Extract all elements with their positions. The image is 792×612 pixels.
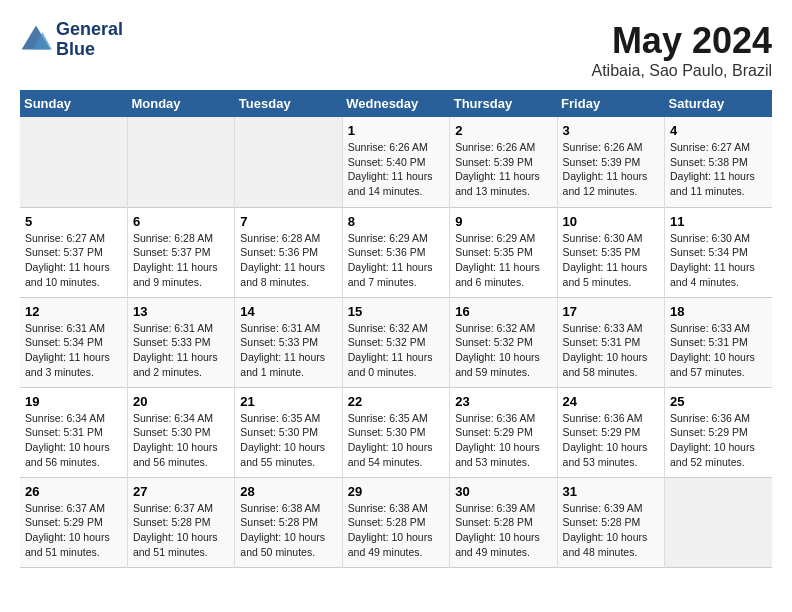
calendar-cell: 7Sunrise: 6:28 AM Sunset: 5:36 PM Daylig… <box>235 207 342 297</box>
calendar-cell: 31Sunrise: 6:39 AM Sunset: 5:28 PM Dayli… <box>557 477 664 567</box>
calendar-cell: 9Sunrise: 6:29 AM Sunset: 5:35 PM Daylig… <box>450 207 557 297</box>
calendar-week-row: 26Sunrise: 6:37 AM Sunset: 5:29 PM Dayli… <box>20 477 772 567</box>
cell-content: Sunrise: 6:32 AM Sunset: 5:32 PM Dayligh… <box>348 321 444 380</box>
cell-content: Sunrise: 6:31 AM Sunset: 5:33 PM Dayligh… <box>133 321 229 380</box>
day-header-monday: Monday <box>127 90 234 117</box>
calendar-week-row: 1Sunrise: 6:26 AM Sunset: 5:40 PM Daylig… <box>20 117 772 207</box>
day-number: 26 <box>25 484 122 499</box>
calendar-cell <box>20 117 127 207</box>
cell-content: Sunrise: 6:29 AM Sunset: 5:35 PM Dayligh… <box>455 231 551 290</box>
day-number: 31 <box>563 484 659 499</box>
cell-content: Sunrise: 6:37 AM Sunset: 5:29 PM Dayligh… <box>25 501 122 560</box>
day-header-tuesday: Tuesday <box>235 90 342 117</box>
day-number: 17 <box>563 304 659 319</box>
day-number: 27 <box>133 484 229 499</box>
calendar-cell: 30Sunrise: 6:39 AM Sunset: 5:28 PM Dayli… <box>450 477 557 567</box>
day-number: 16 <box>455 304 551 319</box>
cell-content: Sunrise: 6:28 AM Sunset: 5:36 PM Dayligh… <box>240 231 336 290</box>
cell-content: Sunrise: 6:36 AM Sunset: 5:29 PM Dayligh… <box>455 411 551 470</box>
calendar-cell: 20Sunrise: 6:34 AM Sunset: 5:30 PM Dayli… <box>127 387 234 477</box>
cell-content: Sunrise: 6:35 AM Sunset: 5:30 PM Dayligh… <box>348 411 444 470</box>
calendar-cell: 14Sunrise: 6:31 AM Sunset: 5:33 PM Dayli… <box>235 297 342 387</box>
cell-content: Sunrise: 6:33 AM Sunset: 5:31 PM Dayligh… <box>670 321 767 380</box>
day-number: 7 <box>240 214 336 229</box>
calendar-cell: 1Sunrise: 6:26 AM Sunset: 5:40 PM Daylig… <box>342 117 449 207</box>
month-title: May 2024 <box>591 20 772 62</box>
calendar-cell: 2Sunrise: 6:26 AM Sunset: 5:39 PM Daylig… <box>450 117 557 207</box>
cell-content: Sunrise: 6:36 AM Sunset: 5:29 PM Dayligh… <box>563 411 659 470</box>
day-number: 21 <box>240 394 336 409</box>
calendar-cell: 11Sunrise: 6:30 AM Sunset: 5:34 PM Dayli… <box>665 207 772 297</box>
calendar-cell: 24Sunrise: 6:36 AM Sunset: 5:29 PM Dayli… <box>557 387 664 477</box>
cell-content: Sunrise: 6:26 AM Sunset: 5:39 PM Dayligh… <box>455 140 551 199</box>
day-number: 13 <box>133 304 229 319</box>
calendar-week-row: 5Sunrise: 6:27 AM Sunset: 5:37 PM Daylig… <box>20 207 772 297</box>
calendar-cell: 25Sunrise: 6:36 AM Sunset: 5:29 PM Dayli… <box>665 387 772 477</box>
cell-content: Sunrise: 6:29 AM Sunset: 5:36 PM Dayligh… <box>348 231 444 290</box>
day-number: 24 <box>563 394 659 409</box>
cell-content: Sunrise: 6:26 AM Sunset: 5:39 PM Dayligh… <box>563 140 659 199</box>
cell-content: Sunrise: 6:30 AM Sunset: 5:34 PM Dayligh… <box>670 231 767 290</box>
calendar-week-row: 19Sunrise: 6:34 AM Sunset: 5:31 PM Dayli… <box>20 387 772 477</box>
calendar-cell <box>665 477 772 567</box>
calendar-cell: 5Sunrise: 6:27 AM Sunset: 5:37 PM Daylig… <box>20 207 127 297</box>
calendar-cell: 4Sunrise: 6:27 AM Sunset: 5:38 PM Daylig… <box>665 117 772 207</box>
day-number: 6 <box>133 214 229 229</box>
logo-icon <box>20 24 52 56</box>
cell-content: Sunrise: 6:39 AM Sunset: 5:28 PM Dayligh… <box>455 501 551 560</box>
cell-content: Sunrise: 6:37 AM Sunset: 5:28 PM Dayligh… <box>133 501 229 560</box>
cell-content: Sunrise: 6:27 AM Sunset: 5:37 PM Dayligh… <box>25 231 122 290</box>
calendar-week-row: 12Sunrise: 6:31 AM Sunset: 5:34 PM Dayli… <box>20 297 772 387</box>
day-number: 30 <box>455 484 551 499</box>
day-number: 4 <box>670 123 767 138</box>
cell-content: Sunrise: 6:34 AM Sunset: 5:30 PM Dayligh… <box>133 411 229 470</box>
cell-content: Sunrise: 6:38 AM Sunset: 5:28 PM Dayligh… <box>240 501 336 560</box>
day-header-friday: Friday <box>557 90 664 117</box>
calendar-cell: 3Sunrise: 6:26 AM Sunset: 5:39 PM Daylig… <box>557 117 664 207</box>
page-header: General Blue May 2024 Atibaia, Sao Paulo… <box>20 20 772 80</box>
calendar-cell <box>127 117 234 207</box>
calendar-cell: 10Sunrise: 6:30 AM Sunset: 5:35 PM Dayli… <box>557 207 664 297</box>
calendar-cell: 27Sunrise: 6:37 AM Sunset: 5:28 PM Dayli… <box>127 477 234 567</box>
location: Atibaia, Sao Paulo, Brazil <box>591 62 772 80</box>
day-number: 5 <box>25 214 122 229</box>
cell-content: Sunrise: 6:32 AM Sunset: 5:32 PM Dayligh… <box>455 321 551 380</box>
cell-content: Sunrise: 6:39 AM Sunset: 5:28 PM Dayligh… <box>563 501 659 560</box>
calendar-cell: 21Sunrise: 6:35 AM Sunset: 5:30 PM Dayli… <box>235 387 342 477</box>
day-number: 3 <box>563 123 659 138</box>
day-number: 9 <box>455 214 551 229</box>
day-number: 11 <box>670 214 767 229</box>
cell-content: Sunrise: 6:38 AM Sunset: 5:28 PM Dayligh… <box>348 501 444 560</box>
day-header-thursday: Thursday <box>450 90 557 117</box>
day-header-sunday: Sunday <box>20 90 127 117</box>
cell-content: Sunrise: 6:31 AM Sunset: 5:33 PM Dayligh… <box>240 321 336 380</box>
day-number: 1 <box>348 123 444 138</box>
cell-content: Sunrise: 6:35 AM Sunset: 5:30 PM Dayligh… <box>240 411 336 470</box>
day-number: 22 <box>348 394 444 409</box>
calendar-cell: 28Sunrise: 6:38 AM Sunset: 5:28 PM Dayli… <box>235 477 342 567</box>
calendar-cell: 26Sunrise: 6:37 AM Sunset: 5:29 PM Dayli… <box>20 477 127 567</box>
calendar-cell: 18Sunrise: 6:33 AM Sunset: 5:31 PM Dayli… <box>665 297 772 387</box>
calendar-cell: 23Sunrise: 6:36 AM Sunset: 5:29 PM Dayli… <box>450 387 557 477</box>
title-block: May 2024 Atibaia, Sao Paulo, Brazil <box>591 20 772 80</box>
cell-content: Sunrise: 6:30 AM Sunset: 5:35 PM Dayligh… <box>563 231 659 290</box>
day-number: 12 <box>25 304 122 319</box>
cell-content: Sunrise: 6:36 AM Sunset: 5:29 PM Dayligh… <box>670 411 767 470</box>
cell-content: Sunrise: 6:26 AM Sunset: 5:40 PM Dayligh… <box>348 140 444 199</box>
calendar-cell: 17Sunrise: 6:33 AM Sunset: 5:31 PM Dayli… <box>557 297 664 387</box>
day-number: 28 <box>240 484 336 499</box>
cell-content: Sunrise: 6:33 AM Sunset: 5:31 PM Dayligh… <box>563 321 659 380</box>
calendar-cell: 13Sunrise: 6:31 AM Sunset: 5:33 PM Dayli… <box>127 297 234 387</box>
day-number: 8 <box>348 214 444 229</box>
calendar-cell: 19Sunrise: 6:34 AM Sunset: 5:31 PM Dayli… <box>20 387 127 477</box>
day-number: 10 <box>563 214 659 229</box>
day-number: 20 <box>133 394 229 409</box>
cell-content: Sunrise: 6:27 AM Sunset: 5:38 PM Dayligh… <box>670 140 767 199</box>
cell-content: Sunrise: 6:28 AM Sunset: 5:37 PM Dayligh… <box>133 231 229 290</box>
day-header-wednesday: Wednesday <box>342 90 449 117</box>
logo: General Blue <box>20 20 123 60</box>
logo-text: General Blue <box>56 20 123 60</box>
calendar-cell: 16Sunrise: 6:32 AM Sunset: 5:32 PM Dayli… <box>450 297 557 387</box>
day-number: 25 <box>670 394 767 409</box>
day-number: 15 <box>348 304 444 319</box>
